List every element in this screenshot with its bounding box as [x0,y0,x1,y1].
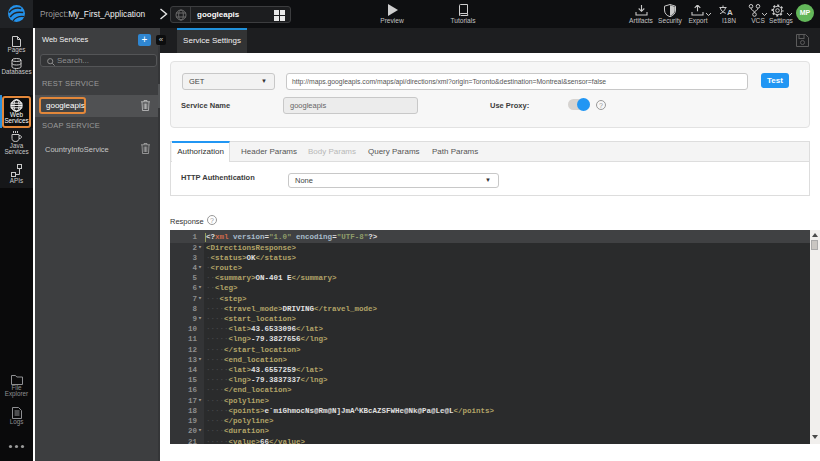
svg-text:A: A [727,8,733,17]
